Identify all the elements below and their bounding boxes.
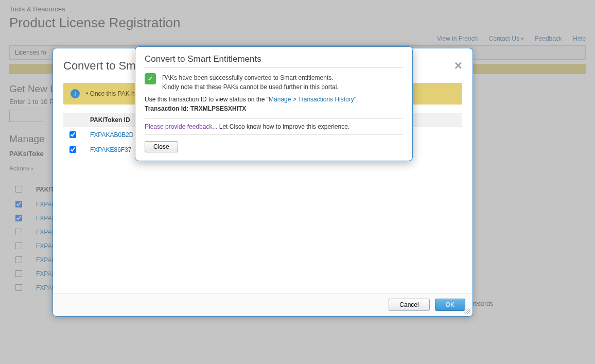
transaction-id: TRXMLPSESXHITX <box>190 105 247 112</box>
row-checkbox[interactable] <box>69 146 76 153</box>
tab-licenses[interactable]: Licenses fo <box>15 49 46 56</box>
top-links: View in French Contact Us Feedback Help <box>9 35 586 42</box>
provide-feedback-link[interactable]: Please provide feedback... <box>145 123 217 130</box>
help-link[interactable]: Help <box>573 35 586 42</box>
feedback-link[interactable]: Feedback <box>535 35 562 42</box>
row-checkbox[interactable] <box>15 201 23 208</box>
row-checkbox[interactable] <box>69 131 76 138</box>
cancel-button[interactable]: Cancel <box>389 299 429 311</box>
dialog1-note-text: Once this PAK h <box>90 90 135 97</box>
select-all-checkbox[interactable] <box>15 186 23 193</box>
page-title: Product License Registration <box>9 15 586 31</box>
contact-us-link[interactable]: Contact Us <box>489 35 524 42</box>
breadcrumb: Tools & Resources <box>9 5 586 13</box>
dialog2-title: Convert to Smart Entitlements <box>145 54 403 68</box>
info-icon: i <box>71 89 80 98</box>
row-checkbox[interactable] <box>15 256 23 264</box>
row-checkbox[interactable] <box>15 229 23 236</box>
convert-success-dialog: Convert to Smart Entitlements ✓ PAKs hav… <box>135 46 413 161</box>
dialog2-message: PAKs have been successfully converted to… <box>162 73 339 92</box>
row-checkbox[interactable] <box>15 270 23 278</box>
row-checkbox[interactable] <box>15 242 23 250</box>
row-checkbox[interactable] <box>15 284 23 291</box>
close-icon[interactable]: × <box>454 58 462 74</box>
view-french-link[interactable]: View in French <box>437 35 478 42</box>
transactions-history-link[interactable]: "Manage > Transactions History" <box>267 96 356 103</box>
pak-entry-input[interactable] <box>9 110 43 122</box>
dialog2-transaction: Use this transaction ID to view status o… <box>145 95 403 113</box>
pager-records-label: records <box>472 300 493 307</box>
close-button[interactable]: Close <box>145 141 178 152</box>
dialog2-feedback: Please provide feedback... Let Cisco kno… <box>145 118 403 135</box>
ok-button[interactable]: OK <box>435 299 465 311</box>
success-check-icon: ✓ <box>145 73 156 84</box>
resize-grip-icon[interactable] <box>464 308 470 314</box>
row-checkbox[interactable] <box>15 215 23 222</box>
